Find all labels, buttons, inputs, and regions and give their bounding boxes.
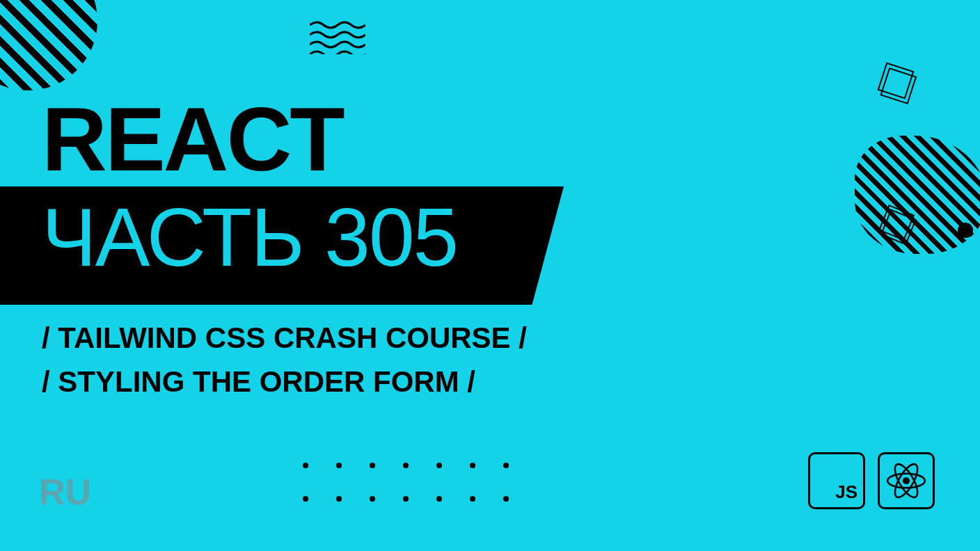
- square-outline-decoration-1: [878, 63, 915, 99]
- stripes-top-left-decoration: [0, 0, 97, 90]
- javascript-icon: JS: [808, 452, 865, 509]
- svg-point-0: [903, 477, 910, 484]
- waves-decoration: [310, 19, 365, 54]
- part-banner-text: ЧАСТЬ 305: [42, 190, 457, 285]
- dot-decoration: [958, 223, 973, 238]
- js-label: JS: [835, 481, 858, 503]
- subtitle-line-1: / TAILWIND CSS CRASH COURSE /: [42, 321, 527, 355]
- language-tag: RU: [39, 471, 91, 513]
- subtitle-line-2: / STYLING THE ORDER FORM /: [42, 365, 475, 399]
- dot-grid-decoration: [303, 463, 537, 529]
- react-icon: [878, 452, 935, 509]
- main-title: REACT: [42, 87, 343, 191]
